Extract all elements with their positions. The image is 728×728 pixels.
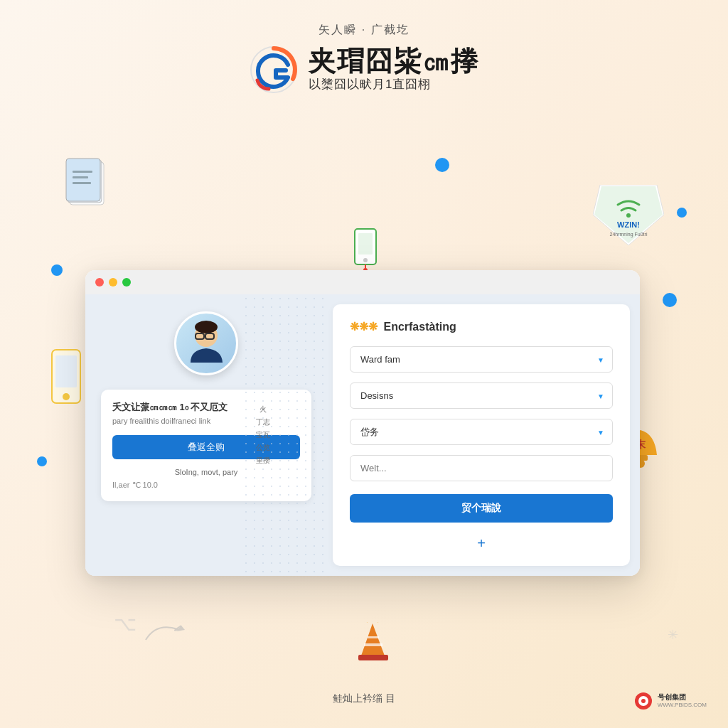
page-header: 矢人瞬 · 广截圪 夹瑁囧粊㎝搼 以橥囧以畎月1直囧栩 xyxy=(0,0,728,95)
browser-window: 夭文让蒎㎝㎝㎝ 1₀ 不又厄文 pary frealithis doilfran… xyxy=(85,270,640,576)
svg-text:WZIN!: WZIN! xyxy=(617,220,640,229)
select-wrapper-3: 岱务 xyxy=(350,419,613,445)
titlebar-dot-red[interactable] xyxy=(95,278,104,287)
y-shape-deco: ⌥ xyxy=(114,612,136,636)
svg-rect-13 xyxy=(55,355,77,387)
deco-line4: 公览 xyxy=(256,441,270,454)
form-text-input[interactable] xyxy=(350,455,613,481)
brand-logo xyxy=(249,45,299,95)
dropdown-duties[interactable]: 岱务 xyxy=(350,419,613,445)
svg-point-14 xyxy=(63,393,70,400)
brand-text: 号创集团 WWW.PBIDS.COM xyxy=(658,692,707,709)
svg-marker-29 xyxy=(360,623,385,658)
form-title: ❋❋❋ Encrfastàting xyxy=(350,320,613,333)
svg-rect-32 xyxy=(368,636,379,638)
header-logo-row: 夹瑁囧粊㎝搼 以橥囧以畎月1直囧栩 xyxy=(0,45,728,95)
svg-point-21 xyxy=(195,321,218,333)
deco-dot-4 xyxy=(37,456,47,466)
dropdown-ward-fam[interactable]: Ward fam xyxy=(350,346,613,373)
form-group-1: Ward fam xyxy=(350,346,613,373)
form-group-input xyxy=(350,455,613,481)
center-column-deco: 火 丁志 宝瓦 公览 里攒 xyxy=(256,403,270,467)
titlebar-dot-green[interactable] xyxy=(122,278,131,287)
select-wrapper-2: Desisns xyxy=(350,382,613,409)
form-group-3: 岱务 xyxy=(350,419,613,445)
svg-rect-3 xyxy=(66,159,100,201)
browser-titlebar xyxy=(85,270,640,294)
form-group-2: Desisns xyxy=(350,382,613,409)
float-phone-deco xyxy=(48,348,84,405)
titlebar-dot-yellow[interactable] xyxy=(109,278,117,287)
float-arrow-deco xyxy=(142,619,192,650)
avatar xyxy=(174,311,238,375)
left-panel: 夭文让蒎㎝㎝㎝ 1₀ 不又厄文 pary frealithis doilfran… xyxy=(85,294,327,576)
header-title-sub: 以橥囧以畎月1直囧栩 xyxy=(309,76,479,92)
svg-rect-4 xyxy=(73,171,92,173)
deco-line3: 宝瓦 xyxy=(256,429,270,441)
footer-text: 鲑灿上衿缁 目 xyxy=(333,692,395,705)
svg-rect-30 xyxy=(358,655,388,660)
brand-watermark: 号创集团 WWW.PBIDS.COM xyxy=(633,691,707,711)
deco-dot-2 xyxy=(51,264,63,276)
form-title-text: Encrfastàting xyxy=(383,321,456,333)
brand-url: WWW.PBIDS.COM xyxy=(658,702,707,709)
svg-rect-6 xyxy=(73,182,91,184)
dot-pattern-bg xyxy=(242,294,327,576)
header-subtitle: 矢人瞬 · 广截圪 xyxy=(0,23,728,38)
svg-point-9 xyxy=(626,213,631,218)
float-cone-deco xyxy=(357,622,389,664)
header-title-block: 夹瑁囧粊㎝搼 以橥囧以畎月1直囧栩 xyxy=(309,47,479,93)
select-wrapper-1: Ward fam xyxy=(350,346,613,373)
deco-line5: 里攒 xyxy=(256,454,270,467)
browser-content: 夭文让蒎㎝㎝㎝ 1₀ 不又厄文 pary frealithis doilfran… xyxy=(85,294,640,576)
svg-point-38 xyxy=(641,699,646,703)
brand-logo-small xyxy=(633,691,653,711)
right-panel: ❋❋❋ Encrfastàting Ward fam Desisns xyxy=(333,304,630,566)
svg-rect-16 xyxy=(358,233,373,255)
deco-line2: 丁志 xyxy=(256,416,270,429)
float-badge-deco: WZIN! 24hrmning Fu0tri xyxy=(593,185,657,238)
form-add-button[interactable]: + xyxy=(350,530,613,557)
form-submit-button[interactable]: 贸个瑞說 xyxy=(350,494,613,523)
dropdown-desisns[interactable]: Desisns xyxy=(350,382,613,409)
svg-text:24hrmning Fu0tri: 24hrmning Fu0tri xyxy=(610,232,648,237)
float-snowflake-deco: ✳ xyxy=(668,627,678,643)
form-title-stars: ❋❋❋ xyxy=(350,321,378,333)
svg-point-17 xyxy=(363,258,368,262)
deco-dot-3 xyxy=(663,293,677,307)
header-title-main: 夹瑁囧粊㎝搼 xyxy=(309,47,479,77)
deco-dot-1 xyxy=(435,158,449,172)
float-device-deco xyxy=(351,228,380,273)
svg-rect-5 xyxy=(73,176,88,178)
svg-rect-31 xyxy=(364,643,382,646)
deco-dot-5 xyxy=(677,208,687,218)
brand-name: 号创集团 xyxy=(658,692,707,702)
deco-line1: 火 xyxy=(256,403,270,416)
float-book-deco xyxy=(64,156,107,206)
